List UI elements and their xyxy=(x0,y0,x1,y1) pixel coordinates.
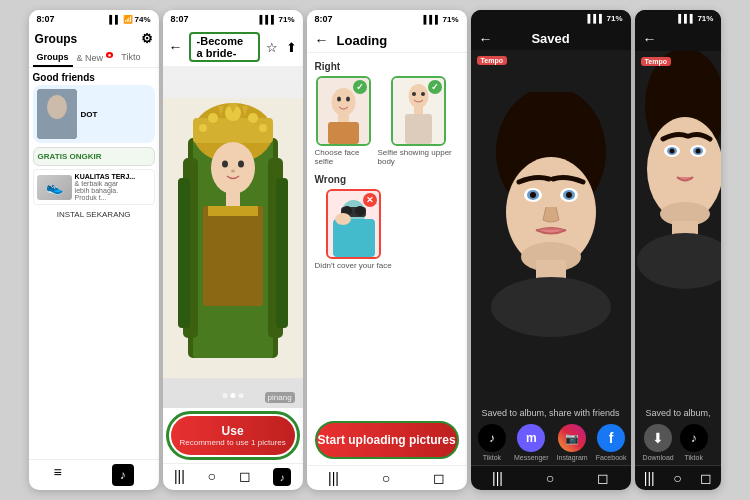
tempo-badge-5: Tempo xyxy=(641,57,671,66)
nav-menu-icon-1[interactable]: ≡ xyxy=(54,464,62,486)
desc-1: Choose face selfie xyxy=(315,148,372,166)
use-button[interactable]: Use Recommend to use 1 pictures xyxy=(171,416,295,455)
back-button-5[interactable]: ← xyxy=(643,31,657,47)
svg-point-22 xyxy=(238,160,244,167)
dot-2 xyxy=(230,393,235,398)
ad-green-label: GRATIS ONGKIR xyxy=(38,152,150,161)
status-bar-1: 8:07 ▌▌ 📶 74% xyxy=(29,10,159,28)
share-instagram[interactable]: 📷 Instagram xyxy=(557,424,588,461)
pinang-label: pinang xyxy=(265,392,295,403)
nav-square-2[interactable]: ◻ xyxy=(239,468,251,486)
back-button-2[interactable]: ← xyxy=(169,39,183,55)
nav-lines-5[interactable]: ||| xyxy=(644,470,655,486)
facebook-label: Facebook xyxy=(596,454,627,461)
back-button-4[interactable]: ← xyxy=(479,31,493,47)
wrong-section: Wrong xyxy=(315,174,459,270)
instagram-label: Instagram xyxy=(557,454,588,461)
nav-lines-4[interactable]: ||| xyxy=(492,470,503,486)
svg-point-34 xyxy=(408,84,428,108)
bookmark-icon[interactable]: ☆ xyxy=(266,40,278,55)
screen4-bottom: Saved to album, share with friends ⬇ Dow… xyxy=(471,404,631,465)
svg-rect-26 xyxy=(208,206,258,216)
battery-icon-2: 71% xyxy=(279,15,295,24)
svg-point-14 xyxy=(248,113,258,123)
screen1-nav: ≡ ♪ xyxy=(29,459,159,490)
nav-square-4[interactable]: ◻ xyxy=(597,470,609,486)
share-messenger[interactable]: m Messenger xyxy=(514,424,549,461)
share-facebook[interactable]: f Facebook xyxy=(596,424,627,461)
screen3-header: ← Loading xyxy=(307,28,467,53)
status-icons-5: ▌▌▌ 71% xyxy=(678,14,713,23)
svg-point-30 xyxy=(346,97,350,102)
time-3: 8:07 xyxy=(315,14,333,24)
gear-icon[interactable]: ⚙ xyxy=(141,31,153,46)
tab-groups[interactable]: Groups xyxy=(33,49,73,67)
screen-saved: ▌▌▌ 71% ← Saved Tempo xyxy=(471,10,631,490)
screen5-saved-text: Saved to album, xyxy=(641,408,716,418)
use-button-container: Use Recommend to use 1 pictures xyxy=(163,408,303,463)
nav-home-2[interactable]: ○ xyxy=(207,468,215,486)
screen5-tiktok[interactable]: ♪ Tiktok xyxy=(680,424,708,461)
tab-tikto[interactable]: Tikto xyxy=(117,49,144,67)
tiktok-nav-icon[interactable]: ♪ xyxy=(112,464,134,486)
tiktok-nav-2[interactable]: ♪ xyxy=(273,468,291,486)
svg-point-28 xyxy=(331,88,355,116)
nav-lines-2[interactable]: ||| xyxy=(174,468,185,486)
screen1-header: Groups ⚙ xyxy=(29,28,159,49)
screen5-nav: ||| ○ ◻ xyxy=(635,465,722,490)
screen1-tabs: Groups & New ● Tikto xyxy=(29,49,159,68)
battery-icon-3: 71% xyxy=(443,15,459,24)
signal-icon-2: ▌▌▌ xyxy=(260,15,277,24)
ad-banner[interactable]: GRATIS ONGKIR xyxy=(33,147,155,166)
right-label: Right xyxy=(315,61,459,72)
screen5-share-icons: ⬇ Download ♪ Tiktok xyxy=(641,424,716,461)
battery-icon-4: 71% xyxy=(607,14,623,23)
svg-rect-9 xyxy=(276,178,288,328)
svg-point-16 xyxy=(259,124,267,132)
screen5-photo-area: Tempo xyxy=(635,51,722,404)
svg-point-64 xyxy=(669,149,674,154)
nav-lines-3[interactable]: ||| xyxy=(328,470,339,486)
share-icon-header[interactable]: ⬆ xyxy=(286,40,297,55)
nav-home-3[interactable]: ○ xyxy=(382,470,390,486)
svg-point-67 xyxy=(695,149,700,154)
svg-point-23 xyxy=(231,169,235,172)
shoe-text: KUALITAS TERJ... & terbaik agar lebih ba… xyxy=(75,173,136,201)
screen2-nav: ||| ○ ◻ ♪ xyxy=(163,463,303,490)
screen-tiktok-groups: 8:07 ▌▌ 📶 74% Groups ⚙ Groups & New ● Ti… xyxy=(29,10,159,490)
tab-new[interactable]: & New ● xyxy=(73,49,118,67)
nav-home-4[interactable]: ○ xyxy=(546,470,554,486)
group-card[interactable]: DOT xyxy=(33,85,155,143)
screen5-header: ← xyxy=(635,27,722,51)
use-button-subtitle: Recommend to use 1 pictures xyxy=(171,438,295,447)
svg-rect-24 xyxy=(226,191,240,206)
shoe-icon: 👟 xyxy=(37,175,72,200)
share-tiktok[interactable]: ♪ Tiktok xyxy=(478,424,506,461)
status-icons-2: ▌▌▌ 71% xyxy=(260,15,295,24)
instagram-icon: 📷 xyxy=(558,424,586,452)
signal-icon-4: ▌▌▌ xyxy=(588,14,605,23)
status-bar-3: 8:07 ▌▌▌ 71% xyxy=(307,10,467,28)
back-button-3[interactable]: ← xyxy=(315,32,329,48)
svg-point-20 xyxy=(211,142,255,194)
screen-become-bride: 8:07 ▌▌▌ 71% ← -Become a bride- ☆ ⬆ xyxy=(163,10,303,490)
svg-rect-37 xyxy=(414,107,423,114)
messenger-label: Messenger xyxy=(514,454,549,461)
screen1-content: Good friends DOT GRATIS ONGKIR 👟 xyxy=(29,68,159,459)
dot-3 xyxy=(238,393,243,398)
new-badge: ● xyxy=(106,52,114,58)
screen5-download[interactable]: ⬇ Download xyxy=(643,424,674,461)
svg-rect-32 xyxy=(328,122,359,144)
screen2-header: ← -Become a bride- ☆ ⬆ xyxy=(163,28,303,67)
signal-icon-5: ▌▌▌ xyxy=(678,14,695,23)
start-upload-button[interactable]: Start uploading pictures xyxy=(315,421,459,459)
status-icons-3: ▌▌▌ 71% xyxy=(424,15,459,24)
nav-square-3[interactable]: ◻ xyxy=(433,470,445,486)
bride-illustration xyxy=(163,98,303,378)
svg-point-13 xyxy=(208,113,218,123)
nav-square-5[interactable]: ◻ xyxy=(700,470,712,486)
nav-home-5[interactable]: ○ xyxy=(673,470,681,486)
shoe-banner[interactable]: 👟 KUALITAS TERJ... & terbaik agar lebih … xyxy=(33,169,155,205)
svg-rect-8 xyxy=(178,178,190,328)
screen-loading: 8:07 ▌▌▌ 71% ← Loading Right xyxy=(307,10,467,490)
